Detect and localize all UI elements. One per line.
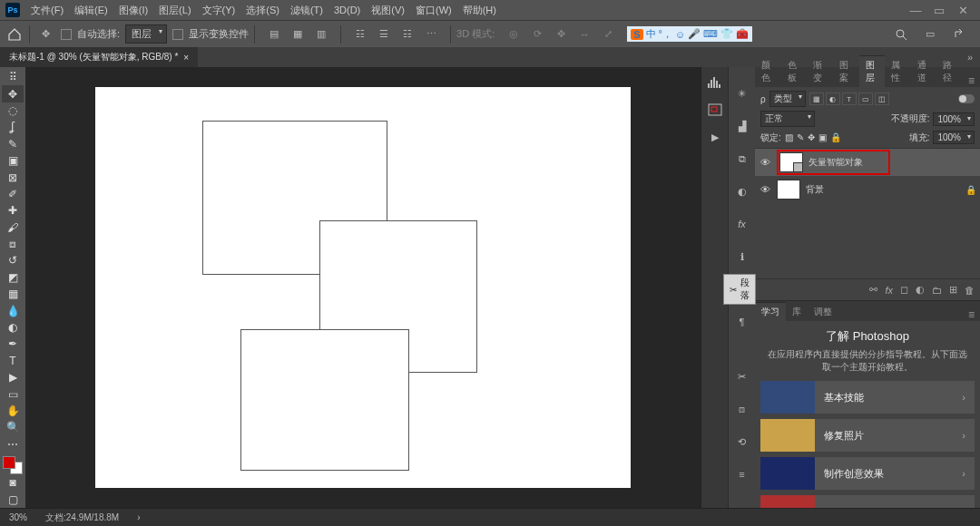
filter-shape-icon[interactable]: ▭	[858, 93, 873, 105]
auto-select-mode-dropdown[interactable]: 图层	[125, 24, 167, 44]
tab-paths[interactable]: 路径	[936, 56, 963, 87]
hand-tool[interactable]: ✋	[2, 403, 24, 419]
layer-fx-icon[interactable]: fx	[885, 285, 893, 296]
tab-channels[interactable]: 通道	[911, 56, 937, 87]
filter-adjust-icon[interactable]: ◐	[826, 93, 840, 105]
layer-name[interactable]: 矢量智能对象	[808, 156, 863, 169]
fill-value-dropdown[interactable]: 100%	[933, 131, 975, 144]
eraser-tool[interactable]: ◩	[2, 269, 24, 286]
share-icon[interactable]	[949, 24, 969, 44]
healing-tool[interactable]: ✚	[2, 202, 24, 219]
auto-select-checkbox[interactable]	[61, 29, 72, 40]
menu-3d[interactable]: 3D(D)	[328, 5, 366, 15]
shape-tool[interactable]: ▭	[2, 385, 24, 402]
3d-roll-icon[interactable]: ⟳	[527, 24, 547, 44]
filter-type-icon[interactable]: T	[842, 93, 857, 105]
timeline-icon[interactable]: ⟲	[732, 432, 752, 452]
collapse-panels-icon[interactable]: »	[960, 52, 980, 63]
lock-all-icon[interactable]: 🔒	[830, 132, 841, 142]
crop-tool[interactable]: ▣	[2, 152, 24, 169]
paragraph-icon[interactable]: ¶	[732, 312, 752, 332]
3d-orbit-icon[interactable]: ◎	[504, 24, 524, 44]
distribute-top-icon[interactable]: ☷	[350, 24, 370, 44]
lasso-tool[interactable]: ʆ	[2, 119, 24, 135]
ime-indicator[interactable]: S 中 °， ☺ 🎤 ⌨ 👕 🧰	[627, 26, 752, 42]
tab-color[interactable]: 颜色	[755, 56, 781, 87]
adjustment-layer-icon[interactable]: ◐	[916, 284, 925, 296]
tab-library[interactable]: 库	[786, 303, 808, 321]
blur-tool[interactable]: 💧	[2, 302, 24, 318]
learn-item-creative[interactable]: 制作创意效果 ›	[760, 457, 975, 490]
path-select-tool[interactable]: ▶	[2, 369, 24, 385]
tab-patterns[interactable]: 图案	[833, 56, 859, 87]
filter-smart-icon[interactable]: ◫	[875, 93, 889, 105]
filter-pixel-icon[interactable]: ▦	[809, 93, 824, 105]
search-icon[interactable]	[891, 24, 911, 44]
menu-help[interactable]: 帮助(H)	[457, 4, 502, 17]
lock-position-icon[interactable]: ✥	[808, 132, 815, 142]
window-minimize-button[interactable]: ―	[904, 4, 927, 17]
document-tab[interactable]: 未标题-1 @ 30% (矢量智能对象, RGB/8) * ×	[0, 47, 198, 67]
menu-select[interactable]: 选择(S)	[240, 4, 285, 17]
3d-zoom-icon[interactable]: ⤢	[598, 24, 618, 44]
pen-tool[interactable]: ✒	[2, 336, 24, 352]
color-swatches[interactable]	[3, 456, 23, 474]
menu-image[interactable]: 图像(I)	[113, 4, 153, 17]
tab-swatches[interactable]: 色板	[781, 56, 808, 87]
menu-filter[interactable]: 滤镜(T)	[285, 4, 328, 17]
home-button[interactable]	[5, 25, 24, 44]
layer-row-smart-object[interactable]: 👁 矢量智能对象	[755, 149, 980, 176]
clone-stamp-tool[interactable]: ⧈	[2, 236, 24, 252]
document-info[interactable]: 文档:24.9M/18.8M	[45, 511, 119, 524]
layer-visibility-icon[interactable]: 👁	[759, 184, 771, 195]
blend-mode-dropdown[interactable]: 正常	[760, 111, 815, 127]
navigator-panel-icon[interactable]	[704, 100, 726, 120]
align-left-icon[interactable]: ▤	[264, 24, 284, 44]
brush-tool[interactable]: 🖌	[2, 219, 24, 236]
screen-mode-icon[interactable]: ▢	[2, 492, 24, 508]
document-tab-close-icon[interactable]: ×	[183, 53, 189, 63]
histogram-panel-icon[interactable]	[704, 73, 726, 93]
learn-item-more[interactable]	[760, 495, 975, 508]
panel-menu-icon[interactable]: ≡	[963, 74, 980, 87]
zoom-level[interactable]: 30%	[9, 512, 27, 522]
zoom-tool[interactable]: 🔍	[2, 419, 24, 435]
eyedropper-tool[interactable]: ✐	[2, 186, 24, 202]
distribute-more-icon[interactable]: ⋯	[421, 24, 441, 44]
type-tool[interactable]: T	[2, 353, 24, 369]
menu-view[interactable]: 视图(V)	[366, 4, 410, 17]
clone-source-icon[interactable]: ⧉	[732, 149, 752, 169]
info-icon[interactable]: ℹ	[732, 247, 752, 267]
window-maximize-button[interactable]: ▭	[927, 4, 951, 17]
distribute-bottom-icon[interactable]: ☷	[397, 24, 417, 44]
new-layer-icon[interactable]: ⊞	[949, 284, 957, 296]
tab-properties[interactable]: 属性	[885, 56, 911, 87]
distribute-vcenter-icon[interactable]: ☰	[374, 24, 394, 44]
window-close-button[interactable]: ✕	[951, 4, 975, 17]
quick-select-tool[interactable]: ✎	[2, 136, 24, 152]
brushes-icon[interactable]: ▟	[732, 116, 752, 136]
adjustments-icon[interactable]: ◐	[732, 181, 752, 201]
menu-layer[interactable]: 图层(L)	[153, 4, 196, 17]
layer-visibility-icon[interactable]: 👁	[759, 157, 771, 168]
menu-window[interactable]: 窗口(W)	[410, 4, 457, 17]
tab-gradients[interactable]: 渐变	[807, 56, 833, 87]
lock-transparent-icon[interactable]: ▨	[785, 132, 793, 142]
history-brush-tool[interactable]: ↺	[2, 252, 24, 268]
measure-icon[interactable]: ≡	[732, 464, 752, 484]
status-chevron-icon[interactable]: ›	[137, 512, 140, 522]
styles-icon[interactable]: fx	[732, 214, 752, 234]
delete-layer-icon[interactable]: 🗑	[965, 285, 975, 296]
menu-type[interactable]: 文字(Y)	[197, 4, 241, 17]
workspace-icon[interactable]: ▭	[920, 24, 940, 44]
3d-panel-icon[interactable]: ⧈	[732, 399, 752, 419]
quick-mask-icon[interactable]: ◙	[2, 474, 24, 491]
learn-item-basics[interactable]: 基本技能 ›	[760, 381, 975, 414]
show-transform-checkbox[interactable]	[172, 29, 183, 40]
align-right-icon[interactable]: ▥	[311, 24, 331, 44]
layer-thumbnail[interactable]	[777, 180, 800, 200]
tab-adjust[interactable]: 调整	[808, 303, 838, 321]
dodge-tool[interactable]: ◐	[2, 319, 24, 336]
align-center-h-icon[interactable]: ▦	[288, 24, 308, 44]
learn-item-retouch[interactable]: 修复照片 ›	[760, 419, 975, 452]
